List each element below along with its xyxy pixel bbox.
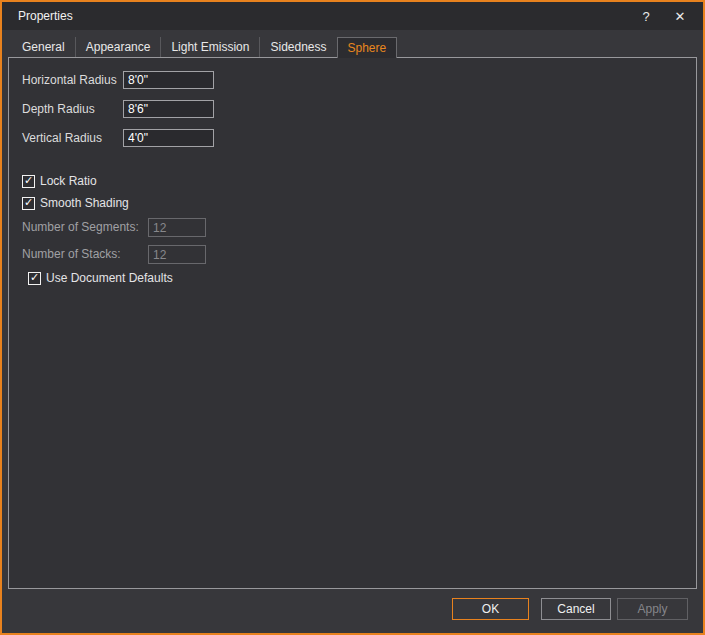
lock-ratio-label: Lock Ratio bbox=[40, 174, 97, 188]
segments-label: Number of Segments: bbox=[22, 218, 139, 237]
help-icon: ? bbox=[642, 9, 649, 24]
smooth-shading-label: Smooth Shading bbox=[40, 196, 129, 210]
lock-ratio-checkbox[interactable]: ✓ bbox=[22, 175, 35, 188]
help-button[interactable]: ? bbox=[629, 2, 663, 30]
stacks-label: Number of Stacks: bbox=[22, 245, 121, 264]
depth-radius-label: Depth Radius bbox=[22, 100, 95, 118]
segments-input bbox=[148, 218, 206, 237]
titlebar-actions: ? ✕ bbox=[629, 2, 697, 30]
tab-content-panel: Horizontal Radius Depth Radius Vertical … bbox=[8, 57, 697, 589]
horizontal-radius-input[interactable] bbox=[123, 71, 214, 89]
tab-light-emission[interactable]: Light Emission bbox=[160, 37, 259, 57]
smooth-shading-checkbox[interactable]: ✓ bbox=[22, 197, 35, 210]
use-document-defaults-row: ✓ Use Document Defaults bbox=[28, 271, 173, 285]
cancel-button[interactable]: Cancel bbox=[541, 598, 611, 620]
dialog-title: Properties bbox=[18, 9, 73, 23]
vertical-radius-input[interactable] bbox=[123, 129, 214, 147]
checkmark-icon: ✓ bbox=[24, 197, 33, 208]
vertical-radius-label: Vertical Radius bbox=[22, 129, 102, 147]
titlebar: Properties ? ✕ bbox=[2, 2, 703, 30]
use-document-defaults-label: Use Document Defaults bbox=[46, 271, 173, 285]
use-document-defaults-checkbox[interactable]: ✓ bbox=[28, 272, 41, 285]
ok-button[interactable]: OK bbox=[452, 598, 529, 620]
smooth-shading-row: ✓ Smooth Shading bbox=[22, 196, 129, 210]
horizontal-radius-label: Horizontal Radius bbox=[22, 71, 117, 89]
tab-general[interactable]: General bbox=[12, 37, 75, 57]
tab-sidedness[interactable]: Sidedness bbox=[259, 37, 336, 57]
tab-sphere[interactable]: Sphere bbox=[337, 37, 398, 58]
checkmark-icon: ✓ bbox=[24, 175, 33, 186]
checkmark-icon: ✓ bbox=[30, 272, 39, 283]
close-icon: ✕ bbox=[675, 9, 686, 24]
tab-strip: General Appearance Light Emission Sidedn… bbox=[12, 37, 397, 58]
properties-dialog: Properties ? ✕ General Appearance Light … bbox=[0, 0, 705, 635]
depth-radius-input[interactable] bbox=[123, 100, 214, 118]
close-button[interactable]: ✕ bbox=[663, 2, 697, 30]
stacks-input bbox=[148, 245, 206, 264]
lock-ratio-row: ✓ Lock Ratio bbox=[22, 174, 97, 188]
apply-button: Apply bbox=[617, 598, 688, 620]
tab-appearance[interactable]: Appearance bbox=[75, 37, 161, 57]
